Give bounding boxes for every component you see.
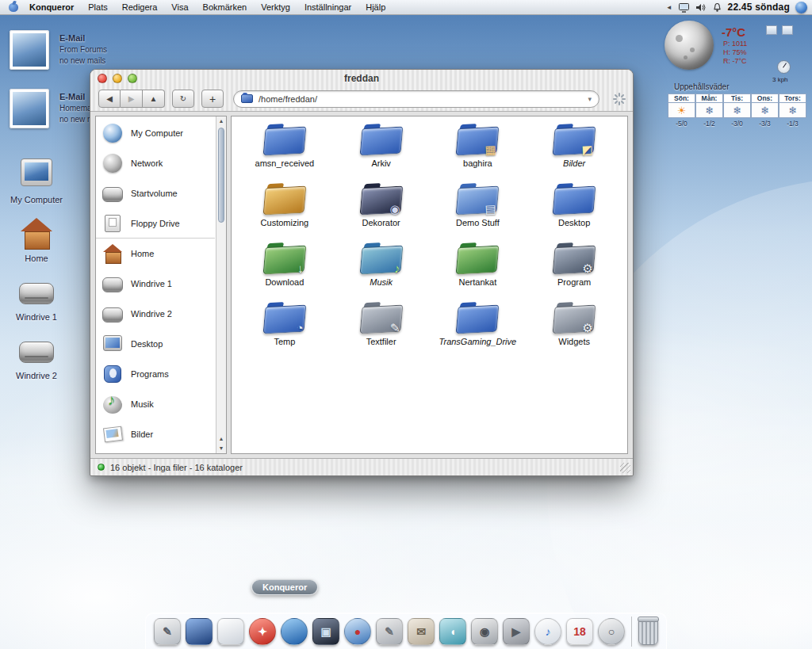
video-camera-icon[interactable]: ▶ [503,618,530,645]
folder-item[interactable]: ♪ Musik [333,243,430,300]
folder-item[interactable]: ✎ Textfiler [333,303,430,359]
sidebar-item[interactable]: Home [96,239,215,269]
trash-icon[interactable] [638,618,658,645]
pen-icon[interactable]: ✎ [376,618,403,645]
folder-emblem: ↓ [297,262,304,274]
weather-mini-icon [766,25,777,35]
folder-front [456,305,500,334]
email-stamp-icon[interactable] [10,89,49,128]
compass-browser-icon[interactable]: ✦ [249,618,276,645]
email-applet[interactable]: E-Mail From Forums no new mails [10,30,107,71]
address-dropdown-icon[interactable]: ▾ [588,95,592,103]
music-player-icon[interactable]: ♪ [534,618,561,645]
back-button[interactable]: ◀ [98,90,121,108]
paint-app-icon[interactable]: ✎ [154,618,181,645]
desktop-icon-image[interactable] [17,333,56,369]
finder-icon[interactable] [217,618,244,645]
folder-item[interactable]: TransGaming_Drive [430,303,527,359]
address-input[interactable]: /home/freddan/ [259,94,582,104]
menu-item[interactable]: Visa [164,0,195,14]
file-view-panel[interactable]: amsn_received Arkiv [231,116,628,454]
desktop-icon-image[interactable] [17,157,56,193]
scroll-up-icon[interactable]: ▲ [216,116,226,126]
folder-item[interactable]: ⚙ Widgets [526,303,622,359]
fish-icon[interactable]: ◖ [439,618,466,645]
folder-item[interactable]: ◔ Temp [236,303,333,359]
folder-label: Musik [370,277,393,287]
folder-item[interactable]: ◩ Bilder [526,124,622,181]
address-bar[interactable]: /home/freddan/ ▾ [233,90,599,108]
menu-bar-right: ◄ 22.45 söndag [666,2,812,13]
sidebar-item-label: Home [131,249,154,258]
menu-item[interactable]: Redigera [115,0,165,14]
menu-item[interactable]: Verktyg [254,0,297,14]
new-tab-button[interactable]: + [201,90,224,108]
weather-mini-icon [782,25,793,35]
folder-item[interactable]: ▤ Demo Stuff [430,184,527,240]
email-stamp-icon[interactable] [10,30,49,70]
camera-icon[interactable]: ◉ [471,618,498,645]
media-player-icon[interactable]: ● [344,618,371,645]
folder-item[interactable]: ◉ Dekorator [333,184,430,240]
forward-button[interactable]: ▶ [121,90,143,108]
sidebar-scrollbar[interactable]: ▲ ▲ ▼ [216,116,226,453]
volume-icon[interactable] [695,2,707,13]
desktop: Konqueror Plats Redigera Visa Bokmärken … [0,0,812,649]
sidebar-item[interactable]: Bilder [96,419,215,449]
menu-clock[interactable]: 22.45 söndag [728,2,790,13]
folder-item[interactable]: Customizing [236,184,333,240]
sidebar-item[interactable]: Startvolume [96,178,215,208]
display-icon[interactable] [678,2,690,13]
sidebar-item[interactable]: Programs [96,359,215,389]
sidebar-item[interactable]: Network [96,148,215,178]
desktop-icon[interactable]: Windrive 1 [0,274,73,333]
displays-icon[interactable] [186,618,213,645]
title-bar[interactable]: freddan [90,70,633,87]
folder-item[interactable]: Nertankat [430,243,527,300]
desktop-icon-image[interactable] [17,274,56,311]
scrollbar-thumb[interactable] [218,128,224,223]
menu-sphere-icon[interactable] [795,2,807,13]
window-chrome[interactable]: freddan ◀ ▶ ▲ ↻ + /home/freddan/ ▾ [90,70,633,112]
folder-item[interactable]: ▦ baghira [430,124,527,181]
stopwatch-icon[interactable]: ○ [598,618,625,645]
panel-collapse-icon[interactable]: ◄ [666,4,672,11]
dock-separator [631,617,632,647]
desktop-icon-image[interactable] [17,216,56,252]
desktop-icon[interactable]: My Computer [0,157,73,216]
sidebar-item[interactable]: Desktop [96,329,215,359]
folder-item[interactable]: Arkiv [333,124,430,181]
folder-item[interactable]: ↓ Download [236,243,333,300]
menu-item[interactable]: Inställningar [297,0,358,14]
folder-item[interactable]: amsn_received [236,124,333,181]
wind-speed: 3 kph [772,76,788,83]
calendar-icon[interactable]: 18 [566,618,593,645]
scroll-up-icon[interactable]: ▲ [216,434,226,444]
photo-app-icon[interactable]: ▣ [312,618,339,645]
folder-emblem: ⚙ [582,322,593,334]
reload-button[interactable]: ↻ [172,90,194,108]
menu-item[interactable]: Bokmärken [196,0,255,14]
mail-stamp-icon[interactable]: ✉ [408,618,435,645]
folder-item[interactable]: Desktop [526,184,622,240]
sidebar-item-icon [102,393,124,415]
up-button[interactable]: ▲ [143,90,165,108]
menu-item[interactable]: Konqueror [22,0,81,14]
menu-item[interactable]: Plats [81,0,114,14]
desktop-icon[interactable]: Home [0,216,73,274]
desktop-icon[interactable]: Windrive 2 [0,333,73,391]
sidebar-item[interactable]: Windrive 2 [96,299,215,329]
menu-item[interactable]: Hjälp [358,0,393,14]
sidebar-item[interactable]: My Computer [96,118,215,148]
sidebar-item[interactable]: Windrive 1 [96,269,215,299]
folder-item[interactable]: ⚙ Program [526,243,622,300]
konqueror-globe-icon[interactable] [281,618,308,645]
weather-pressure: P: 1011 [723,40,747,48]
resize-grip[interactable] [620,463,630,473]
sidebar-item[interactable]: Musik [96,389,215,419]
scroll-down-icon[interactable]: ▼ [216,444,226,453]
sidebar-item[interactable]: Floppy Drive [96,208,215,239]
apple-menu-icon[interactable] [8,2,19,13]
folder-label: baghira [463,158,492,168]
bell-icon[interactable] [712,2,722,13]
